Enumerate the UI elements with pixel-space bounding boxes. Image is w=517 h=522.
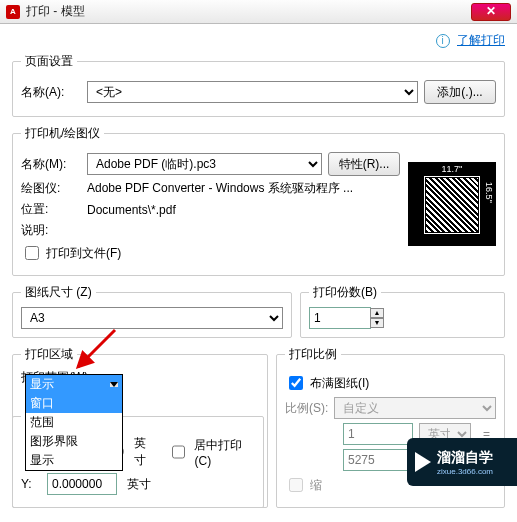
center-print-checkbox[interactable] <box>172 445 185 459</box>
paper-preview: 11.7'' 16.5'' <box>408 162 496 246</box>
copies-up[interactable]: ▲ <box>370 308 384 318</box>
page-name-label: 名称(A): <box>21 84 81 101</box>
page-settings-legend: 页面设置 <box>21 53 77 70</box>
info-icon: i <box>436 34 450 48</box>
offset-y-unit: 英寸 <box>127 476 151 493</box>
location-value: Documents\*.pdf <box>87 203 176 217</box>
printer-group: 打印机/绘图仪 名称(M): Adobe PDF (临时).pc3 特性(R).… <box>12 125 505 276</box>
scale-label: 比例(S): <box>285 400 328 417</box>
scope-option-extents[interactable]: 范围 <box>26 413 122 432</box>
print-scale-legend: 打印比例 <box>285 346 341 363</box>
offset-x-unit: 英寸 <box>134 435 156 469</box>
print-to-file-label: 打印到文件(F) <box>46 245 121 262</box>
brand-url: zixue.3d66.com <box>437 467 493 476</box>
watermark-brand: 溜溜自学 zixue.3d66.com <box>407 438 517 486</box>
print-scope-selected[interactable]: 显示 <box>30 376 54 393</box>
scope-option-limits[interactable]: 图形界限 <box>26 432 122 451</box>
printer-legend: 打印机/绘图仪 <box>21 125 104 142</box>
copies-group: 打印份数(B) ▲▼ <box>300 284 505 338</box>
offset-y-label: Y: <box>21 477 41 491</box>
help-link[interactable]: 了解打印 <box>457 33 505 47</box>
printer-name-label: 名称(M): <box>21 156 81 173</box>
print-area-legend: 打印区域 <box>21 346 77 363</box>
printer-name-select[interactable]: Adobe PDF (临时).pc3 <box>87 153 322 175</box>
preview-width-label: 11.7'' <box>408 164 496 174</box>
copies-legend: 打印份数(B) <box>309 284 381 301</box>
fit-to-paper-checkbox[interactable] <box>289 376 303 390</box>
app-icon: A <box>6 5 20 19</box>
window-title: 打印 - 模型 <box>26 3 471 20</box>
plotter-value: Adobe PDF Converter - Windows 系统驱动程序 ... <box>87 180 353 197</box>
scope-option-display[interactable]: 显示 <box>26 451 122 470</box>
play-icon <box>415 452 431 472</box>
desc-label: 说明: <box>21 222 81 239</box>
print-to-file-checkbox[interactable] <box>25 246 39 260</box>
scale-lineweights-label: 缩 <box>310 477 322 494</box>
chevron-down-icon[interactable] <box>110 382 118 387</box>
offset-y-input[interactable] <box>47 473 117 495</box>
copies-input[interactable] <box>309 307 371 329</box>
scale-lineweights-checkbox <box>289 478 303 492</box>
paper-size-select[interactable]: A3 <box>21 307 283 329</box>
location-label: 位置: <box>21 201 81 218</box>
add-button[interactable]: 添加(.)... <box>424 80 496 104</box>
copies-down[interactable]: ▼ <box>370 318 384 328</box>
page-name-select[interactable]: <无> <box>87 81 418 103</box>
paper-size-group: 图纸尺寸 (Z) A3 <box>12 284 292 338</box>
close-button[interactable]: ✕ <box>471 3 511 21</box>
scope-option-window[interactable]: 窗口 <box>26 394 122 413</box>
page-settings-group: 页面设置 名称(A): <无> 添加(.)... <box>12 53 505 117</box>
scale-den-input <box>343 449 413 471</box>
scale-select: 自定义 <box>334 397 496 419</box>
plotter-label: 绘图仪: <box>21 180 81 197</box>
print-scope-dropdown[interactable]: 显示 窗口 范围 图形界限 显示 <box>25 374 123 471</box>
printer-props-button[interactable]: 特性(R)... <box>328 152 400 176</box>
fit-to-paper-label: 布满图纸(I) <box>310 375 369 392</box>
brand-name: 溜溜自学 <box>437 449 493 467</box>
scale-num-input <box>343 423 413 445</box>
titlebar: A 打印 - 模型 ✕ <box>0 0 517 24</box>
center-print-label: 居中打印(C) <box>194 437 255 468</box>
preview-height-label: 16.5'' <box>484 182 494 203</box>
paper-size-legend: 图纸尺寸 (Z) <box>21 284 96 301</box>
